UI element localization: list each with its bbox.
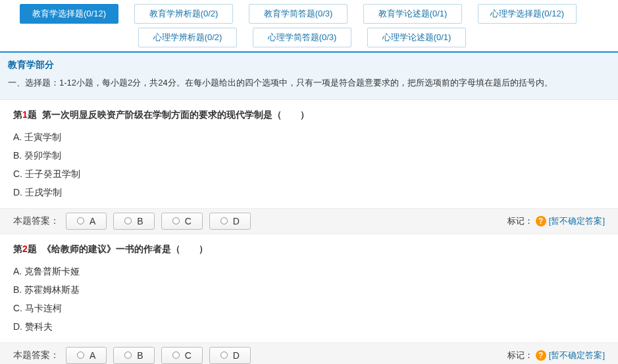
q2-stem: 《给教师的建议》一书的作者是（ ） bbox=[42, 244, 208, 254]
uncertain-link-2[interactable]: [暂不确定答案] bbox=[549, 350, 605, 361]
tab-psy-analysis[interactable]: 心理学辨析题(0/2) bbox=[138, 28, 237, 47]
radio-icon bbox=[220, 351, 228, 359]
q1-option-d: D. 壬戌学制 bbox=[13, 183, 605, 201]
answer-left-1: 本题答案： A B C D bbox=[13, 213, 251, 230]
q2-suffix: 题 bbox=[28, 244, 37, 254]
tab-psy-choice[interactable]: 心理学选择题(0/12) bbox=[478, 4, 577, 24]
uncertain-link-1[interactable]: [暂不确定答案] bbox=[549, 215, 605, 227]
radio-icon bbox=[220, 217, 228, 224]
radio-icon bbox=[124, 351, 132, 359]
choice-b-label: B bbox=[137, 216, 143, 226]
radio-icon bbox=[172, 217, 180, 224]
q1-option-a: A. 壬寅学制 bbox=[13, 128, 605, 146]
answer-label-2: 本题答案： bbox=[13, 350, 59, 361]
choice-a-label: A bbox=[90, 350, 95, 361]
choice-c-label: C bbox=[185, 350, 192, 361]
q1-stem: 第一次明显反映资产阶级在学制方面的要求的现代学制是（ ） bbox=[42, 109, 309, 120]
answer-right-1: 标记： ? [暂不确定答案] bbox=[507, 215, 605, 227]
choice-b-2[interactable]: B bbox=[113, 347, 154, 364]
question-2-title: 第2题 《给教师的建议》一书的作者是（ ） bbox=[13, 244, 605, 255]
choice-d-1[interactable]: D bbox=[209, 213, 251, 230]
q2-prefix: 第 bbox=[13, 244, 22, 254]
q2-option-d: D. 赞科夫 bbox=[13, 317, 605, 336]
answer-label-1: 本题答案： bbox=[13, 215, 59, 227]
answer-left-2: 本题答案： A B C D bbox=[13, 347, 251, 364]
tab-psy-short[interactable]: 心理学简答题(0/3) bbox=[253, 28, 351, 47]
tabs-container: 教育学选择题(0/12) 教育学辨析题(0/2) 教育学简答题(0/3) 教育学… bbox=[0, 0, 618, 51]
tab-edu-analysis[interactable]: 教育学辨析题(0/2) bbox=[134, 4, 233, 24]
radio-icon bbox=[124, 217, 132, 224]
mark-label-1: 标记： bbox=[507, 215, 533, 227]
choice-d-label: D bbox=[233, 350, 240, 361]
choice-c-1[interactable]: C bbox=[161, 213, 203, 230]
radio-icon bbox=[77, 351, 84, 359]
q1-prefix: 第 bbox=[13, 109, 22, 120]
q1-option-b: B. 癸卯学制 bbox=[13, 146, 605, 165]
choice-c-label: C bbox=[185, 216, 192, 226]
tab-edu-essay[interactable]: 教育学论述题(0/1) bbox=[363, 4, 462, 24]
answer-bar-1: 本题答案： A B C D 标记： ? [暂不确定答案] bbox=[0, 208, 618, 234]
q2-num: 2 bbox=[22, 244, 28, 254]
choice-a-label: A bbox=[90, 216, 95, 226]
choice-d-label: D bbox=[233, 216, 240, 226]
choice-b-label: B bbox=[137, 350, 143, 361]
choice-b-1[interactable]: B bbox=[113, 213, 154, 230]
q1-option-c: C. 壬子癸丑学制 bbox=[13, 165, 605, 183]
question-mark-icon[interactable]: ? bbox=[536, 216, 546, 226]
tabs-row-1: 教育学选择题(0/12) 教育学辨析题(0/2) 教育学简答题(0/3) 教育学… bbox=[0, 4, 592, 24]
answer-right-2: 标记： ? [暂不确定答案] bbox=[507, 350, 605, 361]
answer-bar-2: 本题答案： A B C D 标记： ? [暂不确定答案] bbox=[0, 342, 618, 364]
choice-d-2[interactable]: D bbox=[209, 347, 251, 364]
tab-edu-choice[interactable]: 教育学选择题(0/12) bbox=[20, 4, 118, 24]
section-title: 教育学部分 bbox=[8, 59, 610, 71]
q2-options: A. 克鲁普斯卡娅 B. 苏霍姆林斯基 C. 马卡连柯 D. 赞科夫 bbox=[13, 262, 605, 336]
section-desc: 一、选择题：1-12小题，每小题2分，共24分。在每小题给出的四个选项中，只有一… bbox=[8, 75, 610, 91]
question-1-title: 第1题 第一次明显反映资产阶级在学制方面的要求的现代学制是（ ） bbox=[13, 109, 605, 121]
tab-edu-short[interactable]: 教育学简答题(0/3) bbox=[249, 4, 348, 24]
question-mark-icon[interactable]: ? bbox=[536, 350, 546, 361]
question-2: 第2题 《给教师的建议》一书的作者是（ ） A. 克鲁普斯卡娅 B. 苏霍姆林斯… bbox=[0, 234, 618, 336]
tabs-row-2: 心理学辨析题(0/2) 心理学简答题(0/3) 心理学论述题(0/1) bbox=[0, 28, 482, 47]
section-header: 教育学部分 一、选择题：1-12小题，每小题2分，共24分。在每小题给出的四个选… bbox=[0, 53, 618, 100]
q1-suffix: 题 bbox=[28, 109, 37, 120]
q2-option-b: B. 苏霍姆林斯基 bbox=[13, 280, 605, 299]
q2-option-c: C. 马卡连柯 bbox=[13, 299, 605, 317]
question-1: 第1题 第一次明显反映资产阶级在学制方面的要求的现代学制是（ ） A. 壬寅学制… bbox=[0, 100, 618, 201]
mark-label-2: 标记： bbox=[507, 350, 533, 361]
choice-a-2[interactable]: A bbox=[66, 347, 107, 364]
radio-icon bbox=[172, 351, 180, 359]
radio-icon bbox=[77, 217, 84, 224]
choice-a-1[interactable]: A bbox=[66, 213, 107, 230]
tab-psy-essay[interactable]: 心理学论述题(0/1) bbox=[367, 28, 466, 47]
q1-num: 1 bbox=[22, 109, 28, 120]
q1-options: A. 壬寅学制 B. 癸卯学制 C. 壬子癸丑学制 D. 壬戌学制 bbox=[13, 128, 605, 201]
q2-option-a: A. 克鲁普斯卡娅 bbox=[13, 262, 605, 280]
choice-c-2[interactable]: C bbox=[161, 347, 203, 364]
